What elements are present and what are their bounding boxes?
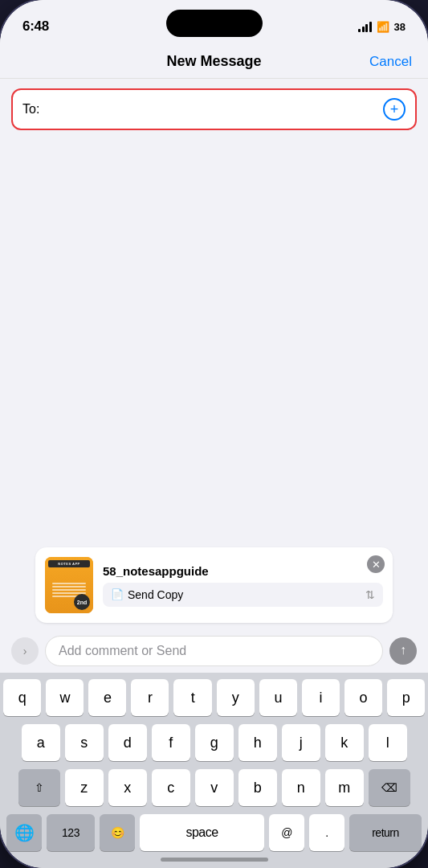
home-indicator — [161, 858, 268, 862]
add-recipient-button[interactable]: + — [383, 98, 406, 121]
key-123[interactable]: 123 — [47, 814, 95, 851]
thumbnail-header: NOTES APP — [48, 560, 90, 567]
attachment-card: NOTES APP 2nd 58_notesappguide — [35, 547, 393, 623]
message-placeholder: Add comment or Send — [59, 644, 186, 658]
dynamic-island — [166, 10, 263, 37]
cancel-button[interactable]: Cancel — [369, 54, 412, 70]
thumbnail-badge: 2nd — [74, 594, 90, 610]
wifi-icon: 📶 — [377, 21, 389, 33]
key-shift[interactable]: ⇧ — [18, 769, 60, 806]
send-button[interactable]: ↑ — [389, 637, 417, 665]
message-body-area — [0, 140, 428, 541]
key-s[interactable]: s — [65, 724, 104, 761]
key-k[interactable]: k — [325, 724, 364, 761]
send-copy-text: Send Copy — [128, 588, 183, 601]
key-at[interactable]: @ — [269, 814, 304, 851]
key-j[interactable]: j — [282, 724, 320, 761]
key-q[interactable]: q — [3, 679, 41, 716]
attachment-filename: 58_notesappguide — [103, 564, 383, 578]
keyboard-row-3: ⇧ z x c v b n m ⌫ — [3, 769, 425, 806]
chevron-updown-icon: ⇅ — [365, 588, 375, 601]
nav-bar: New Message Cancel — [0, 43, 428, 79]
key-period[interactable]: . — [309, 814, 344, 851]
message-input-row: › Add comment or Send ↑ — [0, 629, 428, 673]
key-n[interactable]: n — [282, 769, 320, 806]
doc-icon: 📄 — [111, 588, 124, 600]
key-h[interactable]: h — [238, 724, 277, 761]
status-time: 6:48 — [22, 18, 49, 35]
message-input-box[interactable]: Add comment or Send — [45, 636, 383, 666]
key-m[interactable]: m — [325, 769, 364, 806]
send-arrow-icon: ↑ — [400, 643, 406, 657]
to-input[interactable] — [43, 102, 383, 117]
keyboard-row-1: q w e r t y u i o p — [3, 679, 425, 716]
keyboard: q w e r t y u i o p a s d f g h j k — [0, 673, 428, 868]
key-c[interactable]: c — [152, 769, 190, 806]
key-g[interactable]: g — [195, 724, 234, 761]
key-x[interactable]: x — [108, 769, 147, 806]
key-return[interactable]: return — [349, 814, 422, 851]
to-field-container[interactable]: To: + — [11, 88, 417, 130]
key-a[interactable]: a — [22, 724, 60, 761]
key-i[interactable]: i — [302, 679, 340, 716]
keyboard-row-bottom: 🌐 123 😊 space @ . return — [3, 814, 425, 851]
status-icons: 📶 38 — [358, 21, 406, 33]
attachment-info: 58_notesappguide 📄 Send Copy ⇅ — [103, 564, 383, 607]
expand-button[interactable]: › — [11, 637, 39, 665]
key-l[interactable]: l — [369, 724, 407, 761]
send-copy-label: 📄 Send Copy — [111, 588, 183, 601]
key-u[interactable]: u — [259, 679, 297, 716]
close-attachment-button[interactable]: ✕ — [367, 555, 385, 573]
battery-icon: 38 — [394, 21, 406, 33]
key-o[interactable]: o — [344, 679, 382, 716]
signal-bars-icon — [358, 22, 372, 32]
key-v[interactable]: v — [195, 769, 234, 806]
key-f[interactable]: f — [152, 724, 190, 761]
key-w[interactable]: w — [46, 679, 84, 716]
keyboard-row-2: a s d f g h j k l — [3, 724, 425, 761]
key-z[interactable]: z — [65, 769, 104, 806]
key-b[interactable]: b — [238, 769, 277, 806]
key-e[interactable]: e — [88, 679, 126, 716]
chevron-right-icon: › — [23, 645, 27, 657]
phone-frame: 6:48 📶 38 New Message Cancel To: + — [0, 0, 428, 868]
key-p[interactable]: p — [387, 679, 425, 716]
key-space[interactable]: space — [140, 814, 264, 851]
attachment-thumbnail: NOTES APP 2nd — [45, 557, 93, 613]
attachment-area: NOTES APP 2nd 58_notesappguide — [0, 541, 428, 629]
key-y[interactable]: y — [217, 679, 255, 716]
nav-title: New Message — [166, 53, 261, 70]
close-icon: ✕ — [372, 559, 381, 571]
key-emoji[interactable]: 😊 — [100, 814, 135, 851]
key-r[interactable]: r — [131, 679, 169, 716]
send-copy-row[interactable]: 📄 Send Copy ⇅ — [103, 583, 383, 607]
phone-screen: 6:48 📶 38 New Message Cancel To: + — [0, 0, 428, 868]
key-t[interactable]: t — [173, 679, 211, 716]
key-delete[interactable]: ⌫ — [369, 769, 410, 806]
to-label: To: — [22, 102, 39, 117]
key-d[interactable]: d — [108, 724, 147, 761]
globe-button[interactable]: 🌐 — [6, 814, 42, 851]
